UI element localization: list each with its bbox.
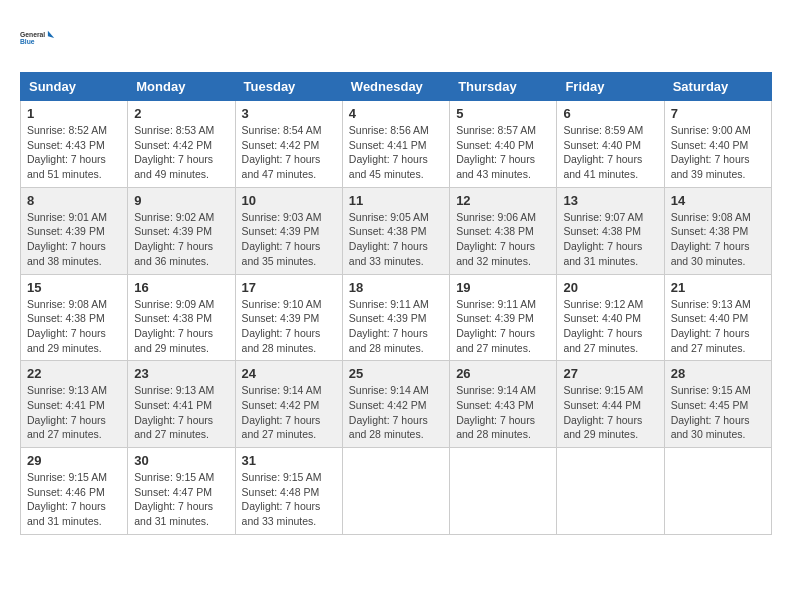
calendar-week-row: 8 Sunrise: 9:01 AM Sunset: 4:39 PM Dayli… <box>21 187 772 274</box>
sunrise-text: Sunrise: 9:05 AM <box>349 211 429 223</box>
day-info: Sunrise: 9:15 AM Sunset: 4:45 PM Dayligh… <box>671 383 765 442</box>
sunset-text: Sunset: 4:48 PM <box>242 486 320 498</box>
calendar-cell <box>664 448 771 535</box>
daylight-text: Daylight: 7 hours and 36 minutes. <box>134 240 213 267</box>
day-number: 2 <box>134 106 228 121</box>
calendar-cell: 16 Sunrise: 9:09 AM Sunset: 4:38 PM Dayl… <box>128 274 235 361</box>
day-info: Sunrise: 9:15 AM Sunset: 4:46 PM Dayligh… <box>27 470 121 529</box>
svg-marker-2 <box>48 31 54 38</box>
svg-text:Blue: Blue <box>20 38 35 45</box>
calendar-week-row: 29 Sunrise: 9:15 AM Sunset: 4:46 PM Dayl… <box>21 448 772 535</box>
calendar-header-row: SundayMondayTuesdayWednesdayThursdayFrid… <box>21 73 772 101</box>
column-header-sunday: Sunday <box>21 73 128 101</box>
daylight-text: Daylight: 7 hours and 31 minutes. <box>134 500 213 527</box>
daylight-text: Daylight: 7 hours and 27 minutes. <box>671 327 750 354</box>
sunset-text: Sunset: 4:39 PM <box>134 225 212 237</box>
day-number: 21 <box>671 280 765 295</box>
day-number: 16 <box>134 280 228 295</box>
sunset-text: Sunset: 4:40 PM <box>671 312 749 324</box>
day-number: 9 <box>134 193 228 208</box>
daylight-text: Daylight: 7 hours and 28 minutes. <box>456 414 535 441</box>
sunrise-text: Sunrise: 9:14 AM <box>456 384 536 396</box>
day-number: 18 <box>349 280 443 295</box>
day-number: 6 <box>563 106 657 121</box>
day-number: 1 <box>27 106 121 121</box>
day-info: Sunrise: 9:11 AM Sunset: 4:39 PM Dayligh… <box>456 297 550 356</box>
daylight-text: Daylight: 7 hours and 27 minutes. <box>242 414 321 441</box>
calendar-cell: 13 Sunrise: 9:07 AM Sunset: 4:38 PM Dayl… <box>557 187 664 274</box>
sunrise-text: Sunrise: 8:59 AM <box>563 124 643 136</box>
day-info: Sunrise: 9:08 AM Sunset: 4:38 PM Dayligh… <box>671 210 765 269</box>
day-number: 22 <box>27 366 121 381</box>
day-info: Sunrise: 8:59 AM Sunset: 4:40 PM Dayligh… <box>563 123 657 182</box>
column-header-friday: Friday <box>557 73 664 101</box>
day-number: 17 <box>242 280 336 295</box>
sunset-text: Sunset: 4:39 PM <box>242 312 320 324</box>
day-info: Sunrise: 9:15 AM Sunset: 4:47 PM Dayligh… <box>134 470 228 529</box>
day-info: Sunrise: 9:06 AM Sunset: 4:38 PM Dayligh… <box>456 210 550 269</box>
sunrise-text: Sunrise: 8:57 AM <box>456 124 536 136</box>
calendar-cell <box>342 448 449 535</box>
daylight-text: Daylight: 7 hours and 33 minutes. <box>242 500 321 527</box>
daylight-text: Daylight: 7 hours and 39 minutes. <box>671 153 750 180</box>
sunset-text: Sunset: 4:41 PM <box>27 399 105 411</box>
sunset-text: Sunset: 4:44 PM <box>563 399 641 411</box>
day-info: Sunrise: 9:14 AM Sunset: 4:42 PM Dayligh… <box>242 383 336 442</box>
day-info: Sunrise: 9:13 AM Sunset: 4:41 PM Dayligh… <box>134 383 228 442</box>
sunrise-text: Sunrise: 9:08 AM <box>671 211 751 223</box>
sunrise-text: Sunrise: 8:56 AM <box>349 124 429 136</box>
calendar-cell <box>450 448 557 535</box>
day-number: 31 <box>242 453 336 468</box>
calendar-table: SundayMondayTuesdayWednesdayThursdayFrid… <box>20 72 772 535</box>
daylight-text: Daylight: 7 hours and 47 minutes. <box>242 153 321 180</box>
calendar-cell: 12 Sunrise: 9:06 AM Sunset: 4:38 PM Dayl… <box>450 187 557 274</box>
calendar-cell: 14 Sunrise: 9:08 AM Sunset: 4:38 PM Dayl… <box>664 187 771 274</box>
daylight-text: Daylight: 7 hours and 31 minutes. <box>563 240 642 267</box>
sunset-text: Sunset: 4:40 PM <box>563 139 641 151</box>
sunrise-text: Sunrise: 8:53 AM <box>134 124 214 136</box>
day-number: 23 <box>134 366 228 381</box>
calendar-cell: 4 Sunrise: 8:56 AM Sunset: 4:41 PM Dayli… <box>342 101 449 188</box>
calendar-cell: 10 Sunrise: 9:03 AM Sunset: 4:39 PM Dayl… <box>235 187 342 274</box>
column-header-monday: Monday <box>128 73 235 101</box>
day-number: 27 <box>563 366 657 381</box>
day-number: 15 <box>27 280 121 295</box>
sunrise-text: Sunrise: 9:15 AM <box>671 384 751 396</box>
daylight-text: Daylight: 7 hours and 30 minutes. <box>671 240 750 267</box>
daylight-text: Daylight: 7 hours and 31 minutes. <box>27 500 106 527</box>
day-info: Sunrise: 9:14 AM Sunset: 4:42 PM Dayligh… <box>349 383 443 442</box>
daylight-text: Daylight: 7 hours and 28 minutes. <box>349 414 428 441</box>
daylight-text: Daylight: 7 hours and 29 minutes. <box>27 327 106 354</box>
day-number: 7 <box>671 106 765 121</box>
sunrise-text: Sunrise: 9:14 AM <box>349 384 429 396</box>
calendar-cell: 25 Sunrise: 9:14 AM Sunset: 4:42 PM Dayl… <box>342 361 449 448</box>
daylight-text: Daylight: 7 hours and 49 minutes. <box>134 153 213 180</box>
calendar-cell: 11 Sunrise: 9:05 AM Sunset: 4:38 PM Dayl… <box>342 187 449 274</box>
sunset-text: Sunset: 4:45 PM <box>671 399 749 411</box>
calendar-week-row: 15 Sunrise: 9:08 AM Sunset: 4:38 PM Dayl… <box>21 274 772 361</box>
calendar-cell: 21 Sunrise: 9:13 AM Sunset: 4:40 PM Dayl… <box>664 274 771 361</box>
sunset-text: Sunset: 4:38 PM <box>349 225 427 237</box>
calendar-cell: 9 Sunrise: 9:02 AM Sunset: 4:39 PM Dayli… <box>128 187 235 274</box>
calendar-cell: 29 Sunrise: 9:15 AM Sunset: 4:46 PM Dayl… <box>21 448 128 535</box>
sunset-text: Sunset: 4:40 PM <box>563 312 641 324</box>
day-info: Sunrise: 8:52 AM Sunset: 4:43 PM Dayligh… <box>27 123 121 182</box>
day-number: 25 <box>349 366 443 381</box>
sunrise-text: Sunrise: 9:06 AM <box>456 211 536 223</box>
day-number: 24 <box>242 366 336 381</box>
logo-icon: GeneralBlue <box>20 20 56 56</box>
sunset-text: Sunset: 4:42 PM <box>242 399 320 411</box>
calendar-cell: 31 Sunrise: 9:15 AM Sunset: 4:48 PM Dayl… <box>235 448 342 535</box>
day-number: 5 <box>456 106 550 121</box>
day-number: 3 <box>242 106 336 121</box>
daylight-text: Daylight: 7 hours and 27 minutes. <box>27 414 106 441</box>
calendar-week-row: 22 Sunrise: 9:13 AM Sunset: 4:41 PM Dayl… <box>21 361 772 448</box>
sunrise-text: Sunrise: 9:13 AM <box>27 384 107 396</box>
column-header-thursday: Thursday <box>450 73 557 101</box>
sunrise-text: Sunrise: 9:15 AM <box>563 384 643 396</box>
page-header: GeneralBlue <box>20 20 772 56</box>
day-number: 26 <box>456 366 550 381</box>
day-number: 13 <box>563 193 657 208</box>
sunset-text: Sunset: 4:41 PM <box>349 139 427 151</box>
day-info: Sunrise: 9:12 AM Sunset: 4:40 PM Dayligh… <box>563 297 657 356</box>
